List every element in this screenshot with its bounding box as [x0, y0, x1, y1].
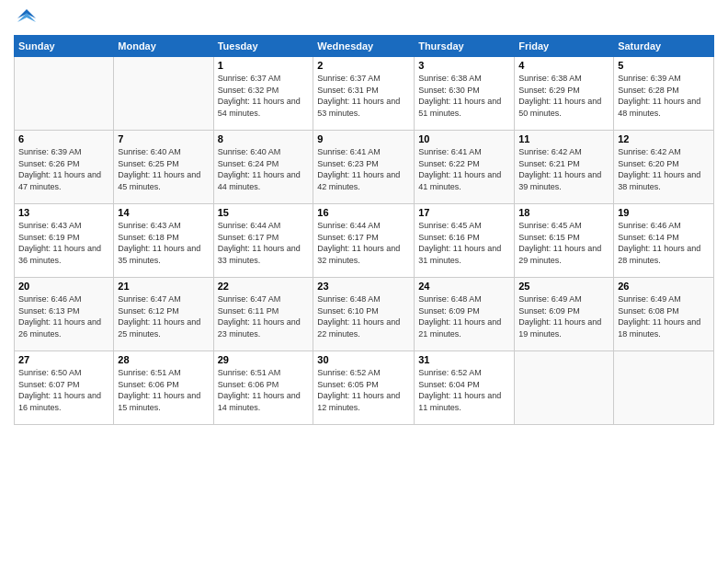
day-info: Sunrise: 6:46 AMSunset: 6:14 PMDaylight:…	[618, 220, 710, 266]
day-info: Sunrise: 6:41 AMSunset: 6:23 PMDaylight:…	[317, 146, 410, 192]
calendar-cell: 13Sunrise: 6:43 AMSunset: 6:19 PMDayligh…	[15, 204, 114, 278]
day-info: Sunrise: 6:50 AMSunset: 6:07 PMDaylight:…	[18, 367, 109, 413]
calendar-table: SundayMondayTuesdayWednesdayThursdayFrid…	[14, 35, 714, 425]
calendar-cell: 1Sunrise: 6:37 AMSunset: 6:32 PMDaylight…	[213, 57, 313, 131]
day-info: Sunrise: 6:39 AMSunset: 6:26 PMDaylight:…	[18, 146, 109, 192]
calendar-cell: 11Sunrise: 6:42 AMSunset: 6:21 PMDayligh…	[515, 131, 614, 204]
calendar-cell	[114, 57, 213, 131]
calendar-cell: 15Sunrise: 6:44 AMSunset: 6:17 PMDayligh…	[213, 204, 313, 278]
week-row: 1Sunrise: 6:37 AMSunset: 6:32 PMDaylight…	[15, 57, 714, 131]
calendar-cell: 18Sunrise: 6:45 AMSunset: 6:15 PMDayligh…	[515, 204, 614, 278]
day-info: Sunrise: 6:38 AMSunset: 6:29 PMDaylight:…	[518, 73, 609, 119]
day-info: Sunrise: 6:37 AMSunset: 6:32 PMDaylight:…	[218, 73, 310, 119]
day-number: 14	[118, 207, 209, 218]
day-number: 12	[618, 133, 710, 144]
calendar-cell: 14Sunrise: 6:43 AMSunset: 6:18 PMDayligh…	[114, 204, 213, 278]
calendar-cell: 7Sunrise: 6:40 AMSunset: 6:25 PMDaylight…	[114, 131, 213, 204]
calendar-cell: 27Sunrise: 6:50 AMSunset: 6:07 PMDayligh…	[15, 351, 114, 425]
page: SundayMondayTuesdayWednesdayThursdayFrid…	[0, 0, 728, 563]
day-info: Sunrise: 6:40 AMSunset: 6:25 PMDaylight:…	[118, 146, 209, 192]
day-info: Sunrise: 6:40 AMSunset: 6:24 PMDaylight:…	[218, 146, 310, 192]
day-number: 26	[618, 281, 710, 292]
day-info: Sunrise: 6:48 AMSunset: 6:10 PMDaylight:…	[317, 293, 410, 339]
day-info: Sunrise: 6:44 AMSunset: 6:17 PMDaylight:…	[218, 220, 310, 266]
day-number: 28	[118, 354, 209, 365]
day-header-sunday: Sunday	[15, 36, 114, 57]
day-info: Sunrise: 6:44 AMSunset: 6:17 PMDaylight:…	[317, 220, 410, 266]
day-number: 24	[418, 281, 510, 292]
calendar-cell: 9Sunrise: 6:41 AMSunset: 6:23 PMDaylight…	[313, 131, 415, 204]
day-number: 1	[218, 60, 310, 71]
day-info: Sunrise: 6:52 AMSunset: 6:04 PMDaylight:…	[418, 367, 510, 413]
calendar-cell	[614, 351, 714, 425]
day-number: 29	[218, 354, 310, 365]
day-number: 13	[18, 207, 109, 218]
calendar-cell: 31Sunrise: 6:52 AMSunset: 6:04 PMDayligh…	[415, 351, 515, 425]
week-row: 20Sunrise: 6:46 AMSunset: 6:13 PMDayligh…	[15, 278, 714, 351]
day-info: Sunrise: 6:52 AMSunset: 6:05 PMDaylight:…	[317, 367, 410, 413]
calendar-cell: 4Sunrise: 6:38 AMSunset: 6:29 PMDaylight…	[515, 57, 614, 131]
day-number: 2	[317, 60, 410, 71]
calendar-cell	[515, 351, 614, 425]
day-info: Sunrise: 6:51 AMSunset: 6:06 PMDaylight:…	[118, 367, 209, 413]
calendar-cell: 16Sunrise: 6:44 AMSunset: 6:17 PMDayligh…	[313, 204, 415, 278]
day-info: Sunrise: 6:45 AMSunset: 6:16 PMDaylight:…	[418, 220, 510, 266]
calendar-cell: 30Sunrise: 6:52 AMSunset: 6:05 PMDayligh…	[313, 351, 415, 425]
day-number: 5	[618, 60, 710, 71]
calendar-cell: 19Sunrise: 6:46 AMSunset: 6:14 PMDayligh…	[614, 204, 714, 278]
day-info: Sunrise: 6:51 AMSunset: 6:06 PMDaylight:…	[218, 367, 310, 413]
day-header-thursday: Thursday	[415, 36, 515, 57]
day-info: Sunrise: 6:41 AMSunset: 6:22 PMDaylight:…	[418, 146, 510, 192]
day-number: 18	[518, 207, 609, 218]
day-number: 6	[18, 133, 109, 144]
day-number: 21	[118, 281, 209, 292]
week-row: 6Sunrise: 6:39 AMSunset: 6:26 PMDaylight…	[15, 131, 714, 204]
day-info: Sunrise: 6:42 AMSunset: 6:21 PMDaylight:…	[518, 146, 609, 192]
header-row: SundayMondayTuesdayWednesdayThursdayFrid…	[15, 36, 714, 57]
day-header-friday: Friday	[515, 36, 614, 57]
calendar-cell: 8Sunrise: 6:40 AMSunset: 6:24 PMDaylight…	[213, 131, 313, 204]
day-info: Sunrise: 6:38 AMSunset: 6:30 PMDaylight:…	[418, 73, 510, 119]
day-number: 16	[317, 207, 410, 218]
day-header-monday: Monday	[114, 36, 213, 57]
day-number: 8	[218, 133, 310, 144]
day-info: Sunrise: 6:43 AMSunset: 6:18 PMDaylight:…	[118, 220, 209, 266]
calendar-cell: 21Sunrise: 6:47 AMSunset: 6:12 PMDayligh…	[114, 278, 213, 351]
calendar-cell: 23Sunrise: 6:48 AMSunset: 6:10 PMDayligh…	[313, 278, 415, 351]
day-number: 27	[18, 354, 109, 365]
day-number: 22	[218, 281, 310, 292]
svg-marker-1	[17, 13, 36, 22]
calendar-cell: 25Sunrise: 6:49 AMSunset: 6:09 PMDayligh…	[515, 278, 614, 351]
day-number: 7	[118, 133, 209, 144]
calendar-cell: 12Sunrise: 6:42 AMSunset: 6:20 PMDayligh…	[614, 131, 714, 204]
day-info: Sunrise: 6:37 AMSunset: 6:31 PMDaylight:…	[317, 73, 410, 119]
calendar-cell: 24Sunrise: 6:48 AMSunset: 6:09 PMDayligh…	[415, 278, 515, 351]
calendar-cell: 20Sunrise: 6:46 AMSunset: 6:13 PMDayligh…	[15, 278, 114, 351]
day-number: 23	[317, 281, 410, 292]
logo-icon	[17, 9, 36, 28]
week-row: 27Sunrise: 6:50 AMSunset: 6:07 PMDayligh…	[15, 351, 714, 425]
calendar-cell: 6Sunrise: 6:39 AMSunset: 6:26 PMDaylight…	[15, 131, 114, 204]
day-number: 25	[518, 281, 609, 292]
calendar-cell: 3Sunrise: 6:38 AMSunset: 6:30 PMDaylight…	[415, 57, 515, 131]
day-header-wednesday: Wednesday	[313, 36, 415, 57]
day-header-saturday: Saturday	[614, 36, 714, 57]
header	[14, 9, 714, 28]
calendar-cell: 2Sunrise: 6:37 AMSunset: 6:31 PMDaylight…	[313, 57, 415, 131]
day-number: 15	[218, 207, 310, 218]
day-number: 9	[317, 133, 410, 144]
day-number: 19	[618, 207, 710, 218]
day-header-tuesday: Tuesday	[213, 36, 313, 57]
day-number: 11	[518, 133, 609, 144]
day-info: Sunrise: 6:47 AMSunset: 6:11 PMDaylight:…	[218, 293, 310, 339]
day-number: 3	[418, 60, 510, 71]
day-number: 30	[317, 354, 410, 365]
day-number: 31	[418, 354, 510, 365]
day-info: Sunrise: 6:43 AMSunset: 6:19 PMDaylight:…	[18, 220, 109, 266]
calendar-cell	[15, 57, 114, 131]
week-row: 13Sunrise: 6:43 AMSunset: 6:19 PMDayligh…	[15, 204, 714, 278]
day-info: Sunrise: 6:47 AMSunset: 6:12 PMDaylight:…	[118, 293, 209, 339]
calendar-cell: 22Sunrise: 6:47 AMSunset: 6:11 PMDayligh…	[213, 278, 313, 351]
day-number: 10	[418, 133, 510, 144]
day-number: 17	[418, 207, 510, 218]
